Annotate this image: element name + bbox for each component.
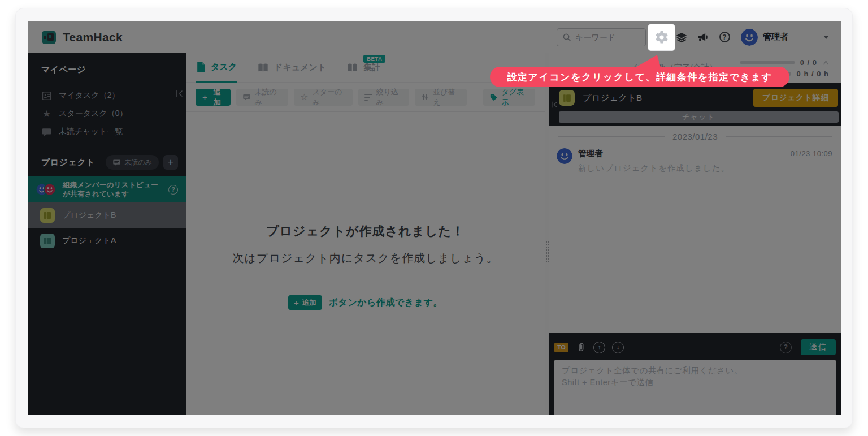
- app-card: TeamHack: [15, 8, 853, 428]
- settings-tooltip: 設定アイコンをクリックして、詳細条件を指定できます: [490, 67, 789, 87]
- gear-icon: [655, 31, 669, 44]
- tooltip-text: 設定アイコンをクリックして、詳細条件を指定できます: [507, 71, 772, 84]
- settings-button[interactable]: [648, 24, 675, 51]
- app-screenshot: TeamHack: [28, 21, 841, 415]
